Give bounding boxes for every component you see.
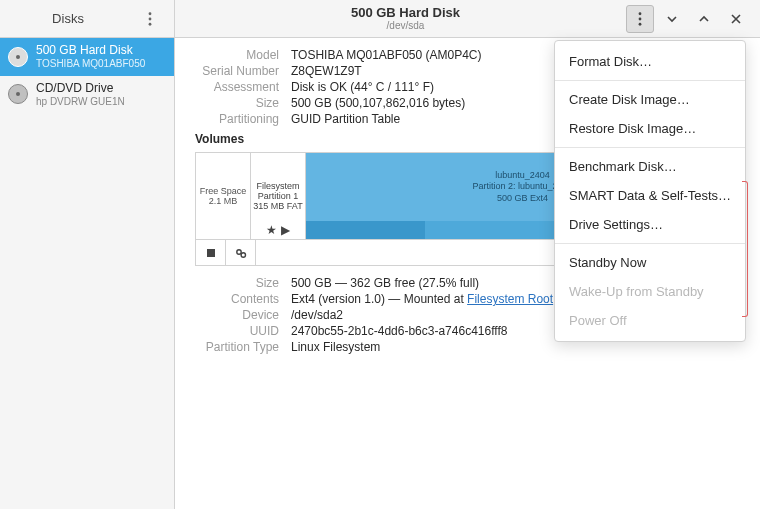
value-partitioning: GUID Partition Table — [291, 112, 400, 126]
label-vol-size: Size — [195, 276, 279, 290]
value-vol-size: 500 GB — 362 GB free (27.5% full) — [291, 276, 479, 290]
label-size: Size — [195, 96, 279, 110]
menu-benchmark-disk[interactable]: Benchmark Disk… — [555, 152, 745, 181]
page-title: 500 GB Hard Disk — [185, 6, 626, 20]
menu-power-off: Power Off — [555, 306, 745, 335]
svg-point-4 — [639, 17, 642, 20]
menu-separator — [555, 147, 745, 148]
vol-p1-sub1: Partition 1 — [258, 191, 299, 201]
sidebar-item-optical[interactable]: CD/DVD Drive hp DVDRW GUE1N — [0, 76, 174, 114]
svg-point-0 — [149, 12, 152, 15]
chevron-down-icon[interactable] — [658, 5, 686, 33]
sidebar-title: Disks — [0, 11, 136, 26]
menu-drive-settings[interactable]: Drive Settings… — [555, 210, 745, 239]
value-serial: Z8QEW1Z9T — [291, 64, 362, 78]
value-vol-device: /dev/sda2 — [291, 308, 343, 322]
svg-point-2 — [149, 22, 152, 25]
vol-p2-sub2: 500 GB Ext4 — [497, 193, 548, 204]
menu-standby-now[interactable]: Standby Now — [555, 248, 745, 277]
value-assessment: Disk is OK (44° C / 111° F) — [291, 80, 434, 94]
label-vol-uuid: UUID — [195, 324, 279, 338]
value-size: 500 GB (500,107,862,016 bytes) — [291, 96, 465, 110]
menu-create-disk-image[interactable]: Create Disk Image… — [555, 85, 745, 114]
header-bar: 500 GB Hard Disk /dev/sda — [175, 0, 760, 38]
value-vol-uuid: 2470bc55-2b1c-4dd6-b6c3-a746c416fff8 — [291, 324, 507, 338]
play-icon: ▶ — [281, 223, 290, 237]
svg-point-5 — [639, 22, 642, 25]
menu-separator — [555, 243, 745, 244]
sidebar: Disks 500 GB Hard Disk TOSHIBA MQ01ABF05… — [0, 0, 175, 509]
vol-free-label: Free Space — [200, 186, 247, 196]
vol-p2-label: lubuntu_2404 — [495, 170, 550, 181]
volume-freespace[interactable]: Free Space 2.1 MB — [196, 153, 251, 239]
vol-free-size: 2.1 MB — [209, 196, 238, 206]
svg-point-3 — [639, 12, 642, 15]
menu-format-disk[interactable]: Format Disk… — [555, 47, 745, 76]
star-icon: ★ — [266, 223, 277, 237]
label-model: Model — [195, 48, 279, 62]
app-menu-icon[interactable] — [136, 5, 164, 33]
svg-point-7 — [236, 249, 240, 253]
disk-sub: hp DVDRW GUE1N — [36, 96, 125, 109]
sidebar-header: Disks — [0, 0, 174, 38]
menu-smart-data[interactable]: SMART Data & Self-Tests… — [555, 181, 745, 210]
disk-name: 500 GB Hard Disk — [36, 43, 145, 58]
close-icon[interactable] — [722, 5, 750, 33]
svg-point-8 — [241, 252, 245, 256]
svg-rect-6 — [207, 249, 215, 257]
page-subtitle: /dev/sda — [185, 20, 626, 31]
label-vol-ptype: Partition Type — [195, 340, 279, 354]
benchmark-highlight — [742, 181, 748, 317]
hdd-icon — [8, 47, 28, 67]
value-vol-ptype: Linux Filesystem — [291, 340, 380, 354]
label-partitioning: Partitioning — [195, 112, 279, 126]
main-pane: 500 GB Hard Disk /dev/sda ModelTOSHIBA — [175, 0, 760, 509]
disk-menu-button[interactable] — [626, 5, 654, 33]
volume-settings-button[interactable] — [226, 240, 256, 265]
filesystem-root-link[interactable]: Filesystem Root — [467, 292, 553, 306]
menu-separator — [555, 80, 745, 81]
chevron-up-icon[interactable] — [690, 5, 718, 33]
optical-drive-icon — [8, 84, 28, 104]
vol-p1-sub2: 315 MB FAT — [253, 201, 302, 211]
volume-partition-1[interactable]: Filesystem Partition 1 315 MB FAT ★ ▶ — [251, 153, 306, 239]
unmount-button[interactable] — [196, 240, 226, 265]
label-vol-contents: Contents — [195, 292, 279, 306]
label-serial: Serial Number — [195, 64, 279, 78]
disk-name: CD/DVD Drive — [36, 81, 125, 96]
menu-wakeup-standby: Wake-Up from Standby — [555, 277, 745, 306]
value-vol-contents-prefix: Ext4 (version 1.0) — Mounted at — [291, 292, 467, 306]
label-vol-device: Device — [195, 308, 279, 322]
menu-restore-disk-image[interactable]: Restore Disk Image… — [555, 114, 745, 143]
value-model: TOSHIBA MQ01ABF050 (AM0P4C) — [291, 48, 482, 62]
svg-point-1 — [149, 17, 152, 20]
disk-sub: TOSHIBA MQ01ABF050 — [36, 58, 145, 71]
disk-menu-popover: Format Disk… Create Disk Image… Restore … — [554, 40, 746, 342]
sidebar-item-hdd[interactable]: 500 GB Hard Disk TOSHIBA MQ01ABF050 — [0, 38, 174, 76]
label-assessment: Assessment — [195, 80, 279, 94]
vol-p1-label: Filesystem — [256, 181, 299, 191]
